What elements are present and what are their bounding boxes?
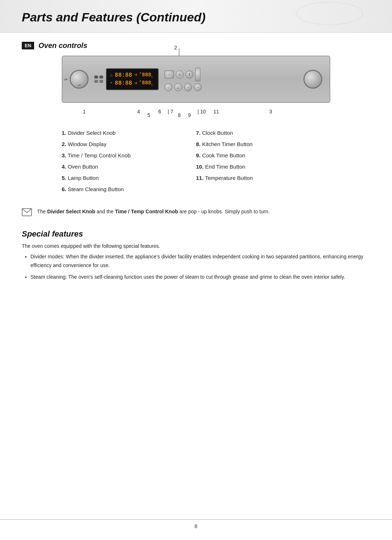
- label-num-6: 6: [158, 109, 161, 114]
- display-row-1: △ 88:88 ⊣ ’888¸: [110, 71, 154, 79]
- oven-diagram-container: 2 off: [62, 56, 330, 119]
- part-label-1: Divider Select Knob: [68, 130, 116, 136]
- part-item-6: 6. Steam Cleaning Button: [62, 185, 189, 193]
- label-num-8: 8: [178, 112, 181, 118]
- label-num-11: 11: [213, 109, 219, 114]
- label-2-line: [179, 48, 179, 56]
- timer-icon: ↥: [188, 73, 191, 76]
- indicator-sq-1: [94, 76, 98, 78]
- temperature-button[interactable]: [195, 68, 200, 81]
- features-intro: The oven comes equipped with the followi…: [22, 243, 370, 249]
- divider-select-knob[interactable]: off: [70, 70, 89, 89]
- part-num-6: 6.: [62, 186, 66, 192]
- display-temp-2: ’888¸: [139, 80, 154, 87]
- part-label-3: Time / Temp Control Knob: [68, 152, 130, 158]
- time-temp-control-knob[interactable]: [303, 70, 322, 89]
- diagram-labels-row: 1 4 5 6 | 7 8 9 | 10 11 3: [62, 104, 330, 119]
- part-num-2: 2.: [62, 141, 66, 147]
- features-bullet-list: Divider modes: When the divider inserted…: [22, 253, 370, 281]
- display-row-2: ☀ 88:88 ⊣ ’888¸: [110, 79, 154, 87]
- special-features-title: Special features: [22, 229, 370, 239]
- display-arrow-1: ⊣: [134, 72, 137, 78]
- parts-list: 1. Divider Select Knob 2. Window Display…: [62, 129, 330, 197]
- part-num-10: 10.: [196, 164, 204, 170]
- label-num-5: 5: [147, 112, 150, 118]
- part-label-4: Oven Button: [68, 164, 98, 170]
- display-temp-1: ’888¸: [139, 72, 154, 79]
- parts-col-left: 1. Divider Select Knob 2. Window Display…: [62, 129, 196, 197]
- end-time-button[interactable]: →: [194, 83, 202, 91]
- note-text: The Divider Select Knob and the Time / T…: [37, 207, 270, 215]
- part-item-11: 11. Temperature Button: [196, 174, 323, 182]
- note-icon: [22, 208, 32, 218]
- part-item-10: 10. End Time Button: [196, 163, 323, 170]
- oven-button[interactable]: □: [164, 70, 174, 78]
- end-time-icon: →: [196, 85, 199, 89]
- note-bold-1: Divider Select Knob: [47, 209, 95, 214]
- indicator-sq-3: [94, 80, 98, 83]
- part-label-5: Lamp Button: [68, 175, 99, 181]
- part-num-11: 11.: [196, 175, 204, 181]
- steam-icon: △: [177, 85, 179, 89]
- oven-controls-title: Oven controls: [38, 41, 87, 50]
- part-label-2: Window Display: [68, 141, 107, 147]
- cook-time-icon: →: [186, 85, 189, 89]
- page-number: 8: [195, 523, 197, 529]
- part-label-7: Clock Button: [202, 130, 233, 136]
- part-num-5: 5.: [62, 175, 66, 181]
- status-indicators: [94, 76, 103, 83]
- steam-cleaning-button[interactable]: △: [174, 83, 182, 91]
- part-item-1: 1. Divider Select Knob: [62, 129, 189, 137]
- oven-controls-header: EN Oven controls: [22, 33, 370, 56]
- en-badge: EN: [22, 42, 34, 49]
- label-num-1: 1: [83, 109, 86, 114]
- label-num-10: | 10: [197, 109, 206, 114]
- page-header: Parts and Features (Continued): [0, 0, 392, 33]
- oven-button-icon: □: [168, 73, 170, 76]
- part-num-8: 8.: [196, 141, 201, 147]
- display-icon-1: △: [110, 73, 113, 78]
- page-footer: 8: [0, 519, 392, 529]
- cook-time-button[interactable]: →: [184, 83, 192, 91]
- display-icon-2: ☀: [110, 81, 113, 86]
- clock-icon: ⊙: [178, 73, 181, 76]
- lamp-icon: ↓: [167, 85, 169, 89]
- part-num-4: 4.: [62, 164, 66, 170]
- part-label-6: Steam Cleaning Button: [68, 186, 124, 192]
- label-num-7: | 7: [168, 109, 173, 114]
- part-item-3: 3. Time / Temp Control Knob: [62, 152, 189, 159]
- lamp-button[interactable]: ↓: [164, 83, 172, 91]
- part-item-4: 4. Oven Button: [62, 163, 189, 170]
- display-arrow-2: ⊣: [134, 81, 137, 86]
- part-num-1: 1.: [62, 130, 66, 136]
- part-item-9: 9. Cook Time Button: [196, 152, 323, 159]
- part-item-7: 7. Clock Button: [196, 129, 323, 137]
- oven-diagram: off △ 88:88 ⊣ ’888: [62, 56, 330, 103]
- part-label-11: Temperature Button: [205, 175, 253, 181]
- part-num-7: 7.: [196, 130, 201, 136]
- part-item-5: 5. Lamp Button: [62, 174, 189, 182]
- clock-button[interactable]: ⊙: [176, 70, 184, 78]
- part-label-10: End Time Button: [205, 164, 245, 170]
- part-num-3: 3.: [62, 152, 66, 158]
- part-item-8: 8. Kitchen Timer Button: [196, 140, 323, 148]
- window-display: △ 88:88 ⊣ ’888¸ ☀ 88:88 ⊣ ’888¸: [106, 68, 159, 90]
- indicator-sq-4: [99, 80, 103, 83]
- kitchen-timer-button[interactable]: ↥: [185, 70, 193, 78]
- label-num-3: 3: [269, 109, 272, 114]
- note-box: The Divider Select Knob and the Time / T…: [22, 204, 370, 222]
- label-num-9: 9: [188, 112, 191, 118]
- part-num-9: 9.: [196, 152, 201, 158]
- display-time-2: 88:88: [115, 79, 132, 87]
- bullet-item-1: Divider modes: When the divider inserted…: [30, 253, 370, 270]
- parts-col-right: 7. Clock Button 8. Kitchen Timer Button …: [196, 129, 330, 197]
- indicator-sq-2: [99, 76, 103, 78]
- part-item-2: 2. Window Display: [62, 140, 189, 148]
- label-num-4: 4: [137, 109, 140, 114]
- note-bold-2: Time / Temp Control Knob: [115, 209, 178, 214]
- part-label-9: Cook Time Button: [202, 152, 245, 158]
- page-title: Parts and Features (Continued): [22, 10, 205, 24]
- display-time-1: 88:88: [115, 71, 132, 79]
- label-2: 2: [174, 45, 177, 51]
- bullet-item-2: Steam cleaning: The oven's self-cleaning…: [30, 273, 370, 282]
